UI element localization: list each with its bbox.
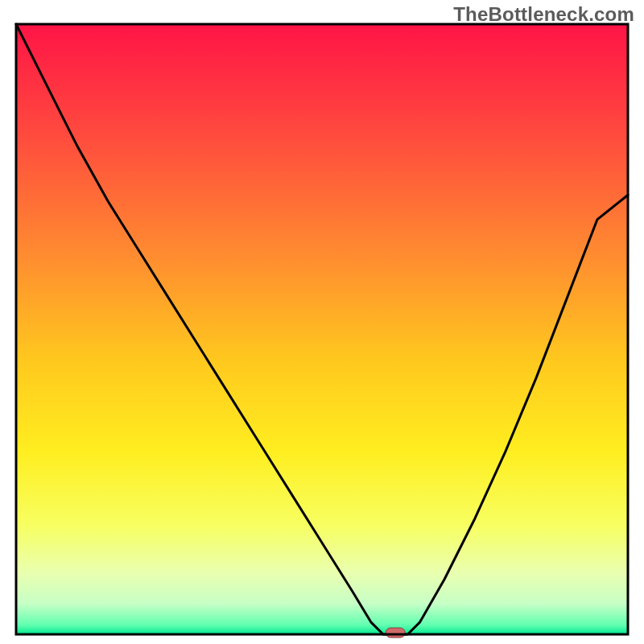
chart-svg [0, 0, 644, 644]
optimal-point-marker [386, 628, 405, 638]
bottleneck-chart: TheBottleneck.com [0, 0, 644, 644]
watermark-text: TheBottleneck.com [453, 3, 634, 26]
